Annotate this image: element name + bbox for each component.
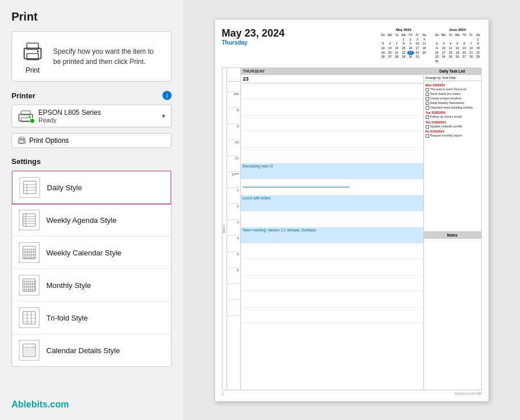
preview-main-date: May 23, 2024	[222, 27, 380, 39]
preview-body: Local 7AM 8 9 10 11 12PM 1 2 3 4 5 6	[222, 67, 482, 390]
svg-rect-9	[19, 141, 24, 143]
print-button-label[interactable]: Print	[26, 66, 40, 74]
time-slot-8: 8	[227, 108, 240, 124]
task-date-tue: Tue 5/28/2024	[426, 111, 479, 114]
event-slot-early	[241, 83, 423, 99]
main-content-col: THURSDAY 23 Discussing new UI Lunch with…	[241, 68, 424, 390]
settings-title: Settings	[11, 157, 172, 166]
local-label: Local	[223, 68, 227, 390]
event-discussing-new-ui: Discussing new UI	[243, 164, 273, 168]
arrange-by-label: Arrange by: Due Date	[424, 75, 481, 81]
mini-cal-june-title: June 2024	[434, 27, 482, 32]
print-icon	[20, 39, 45, 64]
svg-point-11	[23, 140, 25, 141]
svg-point-3	[37, 50, 39, 53]
mini-cal-may-title: May 2024	[380, 27, 428, 32]
task-checkbox-8	[426, 134, 429, 138]
printer-select[interactable]: EPSON L805 Series Ready ▾	[11, 105, 172, 127]
notes-content	[424, 239, 481, 389]
mini-cal-june: June 2024 SuMoTuWeThFrSa 1 2345678 91011…	[434, 27, 482, 64]
trifold-icon	[19, 307, 39, 328]
task-row-7: Update LinkedIn profile	[426, 125, 479, 129]
print-icon-wrap[interactable]: Print	[20, 39, 45, 74]
printer-dropdown-arrow[interactable]: ▾	[162, 112, 165, 120]
svg-rect-17	[23, 214, 35, 226]
calendar-details-label: Calendar Details Style	[46, 346, 120, 355]
time-slot-2: 2	[227, 204, 240, 220]
task-row-5: Organize team building activity	[426, 106, 479, 110]
task-date-fri: Fri 5/31/2024	[426, 130, 479, 133]
event-slot-3pm: Team meeting: version 2.1 release; Svetl…	[241, 227, 423, 243]
event-slot-10	[241, 147, 423, 163]
task-date-thu: Thu 5/30/2024	[426, 121, 479, 124]
event-slot-end2	[241, 307, 423, 323]
day-header: THURSDAY	[241, 68, 423, 75]
time-slot-10: 10	[227, 140, 240, 156]
time-column: 7AM 8 9 10 11 12PM 1 2 3 4 5 6	[227, 68, 241, 390]
noon-divider	[243, 187, 350, 187]
task-row-8: Prepare monthly report	[426, 134, 479, 138]
time-slot-6: 6	[227, 268, 240, 284]
task-checkbox-5	[426, 106, 429, 110]
style-item-weekly-calendar[interactable]: Weekly Calendar Style	[12, 237, 171, 269]
time-header-spacer	[227, 68, 240, 82]
task-row-2: Send thank you notes	[426, 92, 479, 96]
time-slot-1: 1	[227, 188, 240, 204]
weekly-calendar-label: Weekly Calendar Style	[46, 249, 121, 257]
task-row-3: Create project timeline	[426, 97, 479, 101]
task-list-header: Daily Task List	[424, 68, 481, 75]
day-number: 23	[241, 75, 423, 83]
time-slot-5: 5	[227, 252, 240, 268]
print-box: Print Specify how you want the item to b…	[11, 31, 172, 82]
info-icon[interactable]: i	[162, 91, 172, 100]
monthly-icon	[19, 275, 39, 295]
print-options-button[interactable]: Print Options	[11, 133, 172, 148]
page-title: Print	[11, 10, 172, 23]
event-slot-end1	[241, 291, 423, 307]
day-header-text: THURSDAY	[243, 69, 265, 73]
notes-header: Notes	[424, 232, 481, 239]
left-panel: Print Print Specify how you want the ite…	[0, 0, 183, 420]
time-slot-end	[227, 284, 240, 300]
task-row-1: The wait is over! You're in!	[426, 87, 479, 91]
preview-mini-cals: May 2024 SuMoTuWeThFrSa 1234 567891011 1…	[380, 27, 482, 64]
style-item-calendar-details[interactable]: Calendar Details Style	[12, 334, 171, 366]
style-item-trifold[interactable]: Tri-fold Style	[12, 302, 171, 334]
weekly-agenda-icon	[19, 210, 39, 230]
time-slot-7: 7AM	[227, 92, 240, 108]
preview-footer: 1 5/6/2024 2:05 PM	[222, 390, 482, 395]
event-team-meeting: Team meeting: version 2.1 release; Svetl…	[243, 228, 316, 232]
time-slot-end2	[227, 300, 240, 316]
style-item-weekly-agenda[interactable]: Weekly Agenda Style	[12, 204, 171, 237]
style-item-monthly[interactable]: Monthly Style	[12, 269, 171, 302]
weekly-agenda-label: Weekly Agenda Style	[46, 216, 117, 225]
printer-section-title: Printer	[11, 91, 35, 100]
task-text-8: Prepare monthly report	[430, 134, 462, 138]
time-slot-4: 4	[227, 236, 240, 252]
daily-style-icon	[19, 177, 40, 198]
style-item-daily[interactable]: Daily Style	[11, 170, 172, 205]
task-checkbox-4	[426, 102, 429, 105]
time-slot-12: 12PM	[227, 172, 240, 188]
printer-name: EPSON L805 Series	[38, 109, 157, 117]
preview-panel: May 23, 2024 Thursday May 2024 SuMoTuWeT…	[183, 0, 520, 420]
svg-rect-56	[23, 344, 35, 357]
printer-icon	[18, 110, 34, 122]
daily-style-label: Daily Style	[47, 183, 82, 192]
event-slot-7	[241, 99, 423, 115]
trifold-label: Tri-fold Style	[46, 314, 88, 322]
event-slot-8	[241, 115, 423, 131]
task-checkbox-6	[426, 115, 429, 119]
event-slot-9	[241, 131, 423, 147]
event-slot-6pm	[241, 275, 423, 291]
event-slot-4pm	[241, 243, 423, 259]
task-text-1: The wait is over! You're in!	[430, 87, 467, 91]
event-slot-2pm	[241, 211, 423, 227]
printer-status-indicator	[30, 118, 35, 123]
task-text-5: Organize team building activity	[430, 106, 473, 110]
print-options-icon	[18, 137, 26, 145]
settings-list: Daily Style Weekly Agenda Style	[11, 170, 172, 367]
task-row-4: Send Weekly Newsletter	[426, 101, 479, 105]
task-text-2: Send thank you notes	[430, 92, 461, 96]
task-checkbox-7	[426, 125, 429, 129]
